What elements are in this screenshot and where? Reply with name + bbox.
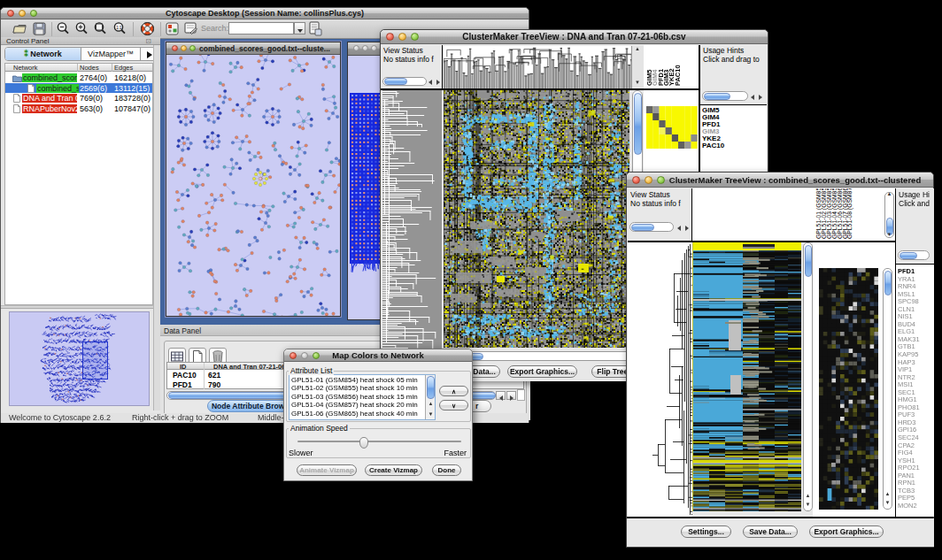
svg-text:1:1: 1:1: [116, 26, 122, 30]
